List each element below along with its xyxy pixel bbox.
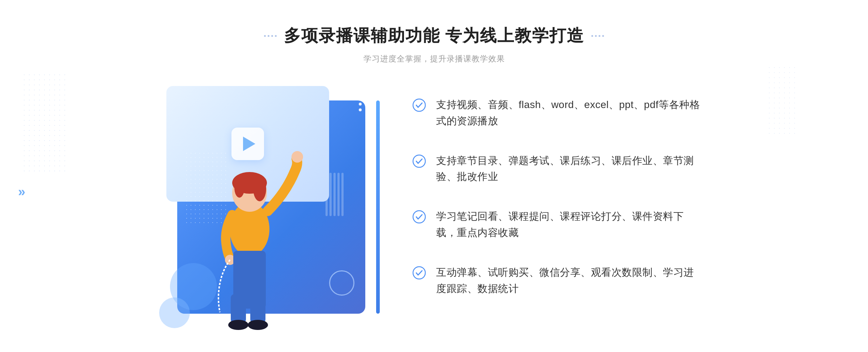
check-icon-4 <box>412 266 426 280</box>
circle-small <box>159 297 190 328</box>
speech-dot-1 <box>359 97 362 100</box>
svg-point-15 <box>413 211 425 223</box>
dots-decoration-left <box>22 72 65 173</box>
dot-7 <box>599 35 600 37</box>
svg-point-6 <box>292 151 303 163</box>
speech-dot-2 <box>359 103 362 106</box>
speech-dot-3 <box>359 108 362 111</box>
check-icon-3 <box>412 210 426 224</box>
feature-text-2: 支持章节目录、弹题考试、课后练习、课后作业、章节测验、批改作业 <box>436 153 702 185</box>
check-icon-1 <box>412 98 426 112</box>
svg-point-12 <box>248 320 268 330</box>
svg-point-5 <box>234 177 244 198</box>
dot-4 <box>275 35 277 37</box>
page-container: » 多项录播课辅助功能 专为线上教学打造 学习进度全掌握，提升录播课教学效果 <box>0 0 868 352</box>
subtitle: 学习进度全掌握，提升录播课教学效果 <box>264 53 604 64</box>
feature-item-4: 互动弹幕、试听购买、微信分享、观看次数限制、学习进度跟踪、数据统计 <box>412 265 702 297</box>
accent-bar <box>376 100 380 314</box>
title-dots-right <box>591 35 604 37</box>
check-icon-2 <box>412 154 426 168</box>
speech-dots <box>359 97 362 111</box>
illustration-wrapper <box>166 86 383 332</box>
features-section: 支持视频、音频、flash、word、excel、ppt、pdf等各种格式的资源… <box>383 86 702 297</box>
svg-point-4 <box>253 176 266 201</box>
dot-6 <box>595 35 597 37</box>
dot-2 <box>268 35 269 37</box>
feature-item-3: 学习笔记回看、课程提问、课程评论打分、课件资料下载，重点内容收藏 <box>412 209 702 241</box>
main-content: 支持视频、音频、flash、word、excel、ppt、pdf等各种格式的资源… <box>166 86 702 332</box>
dots-decoration-right <box>767 65 796 137</box>
dot-1 <box>264 35 266 37</box>
dot-3 <box>271 35 273 37</box>
svg-rect-10 <box>250 294 265 323</box>
arrow-decoration-left: » <box>18 184 25 199</box>
feature-item-1: 支持视频、音频、flash、word、excel、ppt、pdf等各种格式的资源… <box>412 97 702 129</box>
person-illustration <box>188 128 311 332</box>
stripe-2 <box>329 173 332 216</box>
main-title: 多项录播课辅助功能 专为线上教学打造 <box>284 25 584 47</box>
svg-point-13 <box>413 99 425 111</box>
stripe-4 <box>337 173 340 216</box>
header-section: 多项录播课辅助功能 专为线上教学打造 学习进度全掌握，提升录播课教学效果 <box>264 0 604 64</box>
title-dots-left <box>264 35 277 37</box>
title-row: 多项录播课辅助功能 专为线上教学打造 <box>264 25 604 47</box>
svg-point-14 <box>413 155 425 167</box>
dot-8 <box>602 35 604 37</box>
dot-5 <box>591 35 593 37</box>
stripe-3 <box>333 173 336 216</box>
svg-rect-9 <box>231 294 246 323</box>
svg-point-16 <box>413 267 425 279</box>
stripe-5 <box>341 173 344 216</box>
feature-text-4: 互动弹幕、试听购买、微信分享、观看次数限制、学习进度跟踪、数据统计 <box>436 265 702 297</box>
feature-item-2: 支持章节目录、弹题考试、课后练习、课后作业、章节测验、批改作业 <box>412 153 702 185</box>
svg-point-11 <box>228 320 248 330</box>
circle-outline <box>329 270 354 296</box>
feature-text-3: 学习笔记回看、课程提问、课程评论打分、课件资料下载，重点内容收藏 <box>436 209 702 241</box>
feature-text-1: 支持视频、音频、flash、word、excel、ppt、pdf等各种格式的资源… <box>436 97 702 129</box>
